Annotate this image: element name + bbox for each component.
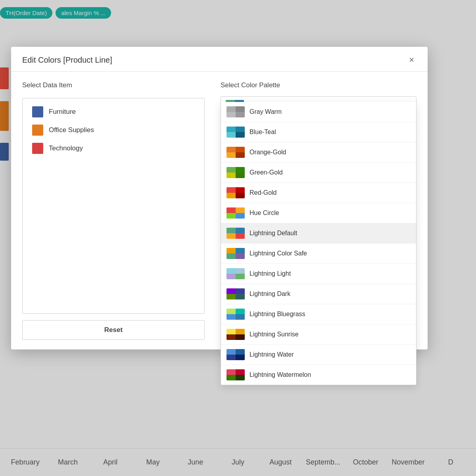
lightning-dark-thumb xyxy=(226,288,245,299)
green-gold-thumb xyxy=(226,167,245,178)
palette-item-orange-gold[interactable]: Orange-Gold xyxy=(221,142,416,163)
data-items-box: Furniture Office Supplies Technology xyxy=(22,98,205,314)
palette-item-lightning-default[interactable]: Lightning Default xyxy=(221,223,416,244)
red-gold-label: Red-Gold xyxy=(250,189,276,196)
lightning-watermelon-thumb xyxy=(226,369,245,380)
modal-title: Edit Colors [Product Line] xyxy=(22,56,112,65)
palette-item-lightning-sunrise[interactable]: Lightning Sunrise xyxy=(221,324,416,345)
furniture-swatch xyxy=(32,106,43,117)
hue-circle-thumb xyxy=(226,207,245,219)
palette-item-red-gold[interactable]: Red-Gold xyxy=(221,183,416,203)
left-panel-label: Select Data Item xyxy=(22,81,205,89)
gray-warm-thumb xyxy=(226,106,245,117)
technology-swatch xyxy=(32,143,43,154)
lightning-default-label: Lightning Default xyxy=(250,230,297,237)
palette-item-lightning-dark[interactable]: Lightning Dark xyxy=(221,284,416,304)
palette-item-lightning-light[interactable]: Lightning Light xyxy=(221,264,416,284)
modal-header: Edit Colors [Product Line] × xyxy=(11,47,428,72)
close-button[interactable]: × xyxy=(407,55,416,65)
reset-button[interactable]: Reset xyxy=(22,320,205,340)
lightning-sunrise-thumb xyxy=(226,329,245,340)
office-supplies-label: Office Supplies xyxy=(49,126,94,134)
palette-item-lightning-color-safe[interactable]: Lightning Color Safe xyxy=(221,244,416,264)
lightning-dark-label: Lightning Dark xyxy=(250,290,290,298)
lightning-watermelon-label: Lightning Watermelon xyxy=(250,371,311,378)
left-panel: Select Data Item Furniture Office Suppli… xyxy=(22,81,205,340)
lightning-light-thumb xyxy=(226,268,245,279)
palette-item-blue-teal[interactable]: Blue-Teal xyxy=(221,122,416,142)
palette-item-hue-circle[interactable]: Hue Circle xyxy=(221,203,416,223)
orange-gold-thumb xyxy=(226,147,245,158)
gray-warm-label: Gray Warm xyxy=(250,108,282,115)
right-panel: Select Color Palette Lightning Default ▼ xyxy=(221,81,416,340)
furniture-label: Furniture xyxy=(49,108,76,116)
hue-circle-label: Hue Circle xyxy=(250,209,279,217)
technology-label: Technology xyxy=(49,144,83,152)
lightning-water-thumb xyxy=(226,349,245,360)
lightning-color-safe-label: Lightning Color Safe xyxy=(250,250,307,257)
orange-gold-label: Orange-Gold xyxy=(250,149,286,156)
right-panel-label: Select Color Palette xyxy=(221,81,416,89)
data-item-technology[interactable]: Technology xyxy=(32,143,195,154)
lightning-water-label: Lightning Water xyxy=(250,351,294,358)
data-item-office-supplies[interactable]: Office Supplies xyxy=(32,125,195,136)
red-gold-thumb xyxy=(226,187,245,198)
data-item-furniture[interactable]: Furniture xyxy=(32,106,195,117)
lightning-bluegrass-label: Lightning Bluegrass xyxy=(250,311,305,318)
blue-teal-label: Blue-Teal xyxy=(250,129,276,136)
palette-item-lightning-watermelon[interactable]: Lightning Watermelon xyxy=(221,365,416,385)
lightning-light-label: Lightning Light xyxy=(250,270,291,277)
modal-body: Select Data Item Furniture Office Suppli… xyxy=(11,72,428,349)
edit-colors-modal: Edit Colors [Product Line] × Select Data… xyxy=(11,47,428,349)
blue-teal-thumb xyxy=(226,127,245,138)
palette-item-green-gold[interactable]: Green-Gold xyxy=(221,163,416,183)
office-supplies-swatch xyxy=(32,125,43,136)
lightning-default-thumb xyxy=(226,228,245,239)
palette-dropdown: Gray Warm Blue-Teal xyxy=(221,102,416,385)
green-gold-label: Green-Gold xyxy=(250,169,283,176)
palette-item-lightning-bluegrass[interactable]: Lightning Bluegrass xyxy=(221,304,416,324)
lightning-sunrise-label: Lightning Sunrise xyxy=(250,331,299,338)
palette-item-gray-warm[interactable]: Gray Warm xyxy=(221,102,416,122)
lightning-bluegrass-thumb xyxy=(226,309,245,320)
lightning-color-safe-thumb xyxy=(226,248,245,259)
palette-item-lightning-water[interactable]: Lightning Water xyxy=(221,345,416,365)
